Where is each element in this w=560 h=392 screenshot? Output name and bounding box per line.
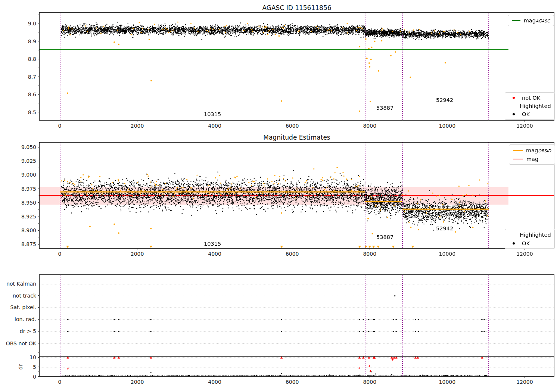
y-tick-mark: [38, 112, 39, 112]
x-tick-mark: [60, 249, 60, 250]
y-tick-mark: [38, 295, 39, 296]
y-minor-tick-mark: [38, 196, 40, 196]
y-tick-label: 9.0: [15, 21, 36, 27]
x-tick-mark: [292, 377, 292, 378]
y-tick-label: 9.025: [15, 158, 36, 164]
y-tick-label: 8.900: [15, 227, 36, 233]
y-tick-label: 9.050: [15, 144, 36, 150]
y-tick-label: 8.5: [15, 109, 36, 115]
x-tick-mark: [292, 249, 292, 250]
x-tick-label: 10000: [439, 123, 456, 129]
legend-top-markers: not OK Highlighted OK: [505, 92, 555, 120]
red-line-swatch: [513, 159, 523, 159]
x-tick-label: 2000: [131, 123, 144, 129]
x-tick-label: 8000: [363, 379, 376, 385]
legend-label: not OK: [522, 95, 540, 101]
y-minor-tick-mark: [38, 209, 40, 210]
black-dot-swatch: [513, 242, 515, 245]
top-plot-area: [39, 12, 554, 121]
x-tick-mark: [525, 377, 525, 378]
x-tick-mark: [137, 249, 137, 250]
x-tick-label: 8000: [363, 251, 376, 257]
flag-row-label: Sat. pixel.: [0, 304, 36, 310]
orange-line-swatch: [513, 150, 523, 151]
top-plot-title: AGASC ID 115611856: [39, 4, 554, 12]
y-tick-mark: [38, 41, 39, 41]
x-tick-label: 4000: [208, 251, 221, 257]
y-tick-mark: [38, 202, 39, 203]
x-tick-label: 10000: [439, 379, 456, 385]
y-tick-label: 9.000: [15, 172, 36, 178]
x-tick-label: 8000: [363, 123, 376, 129]
x-tick-label: 0: [58, 379, 62, 385]
y-tick-label: 8.9: [15, 38, 36, 44]
y-tick-mark: [38, 307, 39, 308]
flag-row-label: not track: [0, 293, 36, 299]
legend-mag-agasc: magAGASC: [508, 15, 554, 26]
x-tick-mark: [215, 121, 215, 122]
x-tick-mark: [60, 377, 60, 378]
y-minor-tick-mark: [38, 182, 40, 182]
y-tick-mark: [38, 59, 39, 59]
y-minor-tick-mark: [38, 68, 40, 68]
x-tick-mark: [137, 377, 137, 378]
y-minor-tick-mark: [38, 352, 40, 353]
y-tick-mark: [38, 331, 39, 332]
x-tick-label: 0: [58, 251, 62, 257]
y-minor-tick-mark: [38, 50, 40, 50]
y-minor-tick-mark: [38, 103, 40, 103]
y-tick-mark: [38, 284, 39, 284]
flag-row-label: OBS not OK: [0, 340, 36, 346]
legend-label: Highlighted: [520, 103, 551, 109]
y-tick-label: 8.950: [15, 200, 36, 206]
dr-tick-label: 5: [15, 364, 36, 370]
x-tick-mark: [215, 249, 215, 250]
x-tick-mark: [447, 249, 447, 250]
y-tick-mark: [38, 147, 39, 147]
y-tick-mark: [38, 161, 39, 161]
x-tick-mark: [215, 377, 215, 378]
x-tick-mark: [60, 121, 60, 122]
dr-tick-label: 0: [15, 374, 36, 380]
y-tick-label: 8.8: [15, 56, 36, 62]
obsid-annotation: 53887: [376, 105, 393, 111]
y-tick-label: 8.925: [15, 214, 36, 220]
legend-mag-lines: magOBSID mag: [509, 144, 555, 165]
x-tick-label: 12000: [516, 123, 533, 129]
y-minor-tick-mark: [38, 371, 40, 372]
x-tick-label: 4000: [208, 123, 221, 129]
legend-label: OK: [522, 111, 530, 117]
y-tick-mark: [38, 230, 39, 231]
legend-mid-markers: Highlighted OK: [505, 229, 555, 249]
x-tick-mark: [370, 249, 370, 250]
obsid-annotation: 10315: [204, 111, 221, 117]
y-tick-mark: [38, 189, 39, 189]
flag-row-label: dr > 5: [0, 328, 36, 334]
obsid-annotation: 52942: [436, 225, 453, 231]
bottom-plot-area: [39, 274, 554, 377]
x-tick-label: 0: [58, 123, 62, 129]
y-minor-tick-mark: [38, 362, 40, 362]
x-tick-label: 6000: [286, 251, 299, 257]
legend-label: magAGASC: [524, 18, 550, 24]
x-tick-label: 12000: [516, 251, 533, 257]
y-minor-tick-mark: [38, 85, 40, 86]
y-tick-mark: [38, 244, 39, 245]
y-minor-tick-mark: [38, 168, 40, 168]
y-minor-tick-mark: [38, 15, 40, 15]
x-tick-mark: [525, 249, 525, 250]
x-tick-label: 12000: [516, 379, 533, 385]
figure: AGASC ID 115611856 Magnitude Estimates m…: [0, 0, 560, 392]
y-tick-mark: [38, 217, 39, 217]
y-tick-mark: [38, 357, 39, 358]
y-tick-mark: [38, 343, 39, 343]
flag-row-label: Ion. rad.: [0, 316, 36, 322]
x-tick-mark: [525, 121, 525, 122]
x-tick-label: 2000: [131, 251, 144, 257]
legend-label: OK: [522, 240, 530, 246]
y-tick-mark: [38, 319, 39, 320]
x-tick-label: 10000: [439, 251, 456, 257]
y-tick-mark: [38, 77, 39, 77]
red-dot-swatch: [513, 97, 515, 99]
y-minor-tick-mark: [38, 237, 40, 237]
